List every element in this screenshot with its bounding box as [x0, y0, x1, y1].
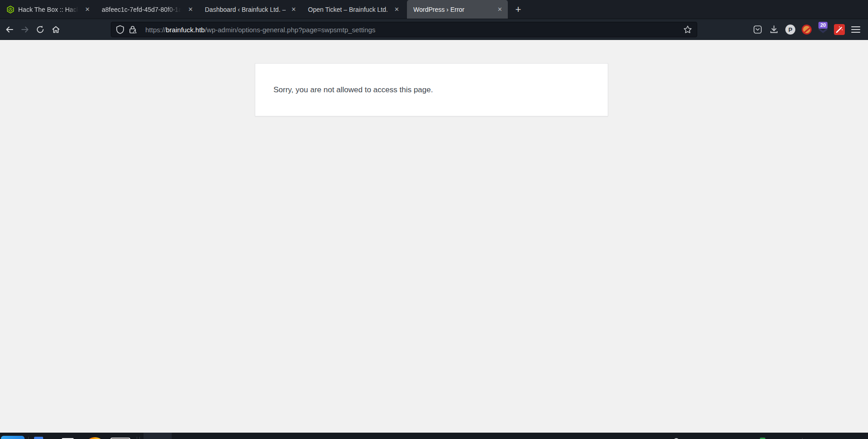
download-icon	[769, 25, 779, 35]
tab-uuid-page[interactable]: a8feec1c-7efd-45d7-80f0-1a ✕	[95, 0, 198, 19]
tab-close-icon[interactable]: ✕	[289, 5, 298, 13]
wordpress-error-card: Sorry, you are not allowed to access thi…	[255, 63, 608, 116]
tab-title: WordPress › Error	[413, 6, 492, 13]
taskbar: $_ $_	[0, 433, 868, 439]
home-button[interactable]	[48, 22, 64, 37]
firefox-icon	[84, 437, 105, 439]
menu-hamburger-icon	[851, 25, 861, 34]
back-icon	[5, 25, 14, 34]
tab-close-icon[interactable]: ✕	[496, 5, 504, 13]
browser-window: Hack The Box :: Hack The B ✕ a8feec1c-7e…	[0, 0, 868, 433]
tab-bar: Hack The Box :: Hack The B ✕ a8feec1c-7e…	[0, 0, 868, 19]
file-manager-launcher[interactable]	[31, 433, 57, 439]
tab-title: Open Ticket – Brainfuck Ltd.	[308, 6, 389, 13]
firefox-launcher[interactable]	[82, 433, 108, 439]
tab-close-icon[interactable]: ✕	[392, 5, 401, 13]
url-scheme: https://	[145, 26, 166, 34]
tab-dashboard-brainfuck[interactable]: Dashboard ‹ Brainfuck Ltd. — ✕	[198, 0, 302, 19]
hacktools-icon[interactable]	[833, 23, 846, 36]
back-button[interactable]	[2, 22, 17, 37]
navigation-toolbar: https://brainfuck.htb/wp-admin/options-g…	[0, 19, 868, 40]
htb-logo-icon	[6, 5, 15, 14]
url-domain: brainfuck.htb	[166, 26, 205, 34]
privacy-badger-icon[interactable]: P	[784, 23, 797, 36]
tab-title: Dashboard ‹ Brainfuck Ltd. —	[205, 6, 286, 13]
vpn-network-icon[interactable]	[666, 437, 686, 439]
forward-icon	[20, 25, 30, 34]
window-button-firefox[interactable]	[144, 433, 172, 439]
window-button-downloads-folder[interactable]	[228, 433, 256, 439]
tab-wordpress-error[interactable]: WordPress › Error ✕	[407, 0, 508, 19]
window-button-terminal[interactable]: $_	[200, 433, 228, 439]
wappalyzer-count-badge: 20	[818, 22, 828, 29]
kali-menu-icon	[1, 436, 25, 439]
app-menu-button[interactable]	[849, 23, 863, 36]
tab-hackthebox[interactable]: Hack The Box :: Hack The B ✕	[0, 0, 95, 19]
taskbar-separator	[137, 437, 140, 439]
tab-close-icon[interactable]: ✕	[186, 5, 195, 13]
toolbar-extensions: P 20	[751, 23, 863, 36]
connection-lock-icon[interactable]	[128, 25, 137, 34]
terminal-launcher[interactable]: $_	[108, 433, 133, 439]
reload-icon	[36, 25, 45, 34]
terminal-icon: $_	[110, 438, 130, 439]
cookie-blocker-icon[interactable]	[800, 23, 813, 36]
system-tray: 10.10.14.7 12:05	[644, 437, 868, 439]
url-text: https://brainfuck.htb/wp-admin/options-g…	[145, 26, 680, 34]
window-button-text-editor[interactable]	[172, 433, 200, 439]
tab-title: a8feec1c-7efd-45d7-80f0-1a	[102, 6, 183, 13]
forward-button[interactable]	[17, 22, 33, 37]
home-icon	[51, 25, 60, 34]
tracking-protection-shield-icon[interactable]	[116, 25, 124, 34]
reload-button[interactable]	[33, 22, 48, 37]
bookmark-star-icon[interactable]	[683, 25, 692, 34]
applications-menu-button[interactable]	[0, 433, 25, 439]
wappalyzer-icon[interactable]: 20	[816, 23, 830, 36]
tab-close-icon[interactable]: ✕	[83, 5, 92, 13]
downloads-button[interactable]	[767, 23, 781, 36]
taskbar-separator	[28, 437, 29, 439]
url-path: /wp-admin/options-general.php?page=swpsm…	[205, 26, 376, 34]
url-bar[interactable]: https://brainfuck.htb/wp-admin/options-g…	[111, 22, 697, 37]
error-message: Sorry, you are not allowed to access thi…	[273, 85, 433, 95]
tab-open-ticket[interactable]: Open Ticket – Brainfuck Ltd. ✕	[302, 0, 405, 19]
new-tab-button[interactable]: +	[511, 0, 526, 19]
volume-icon[interactable]	[729, 437, 750, 439]
text-editor-launcher[interactable]	[57, 433, 82, 439]
tab-title: Hack The Box :: Hack The B	[18, 6, 79, 13]
page-viewport: Sorry, you are not allowed to access thi…	[0, 63, 868, 433]
pocket-icon[interactable]	[751, 23, 764, 36]
